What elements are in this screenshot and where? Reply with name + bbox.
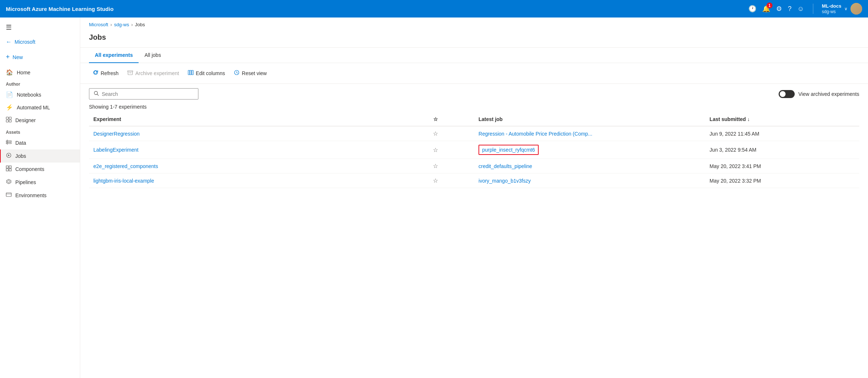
table-row: DesignerRegression☆Regression - Automobi… (89, 126, 859, 141)
col-experiment[interactable]: Experiment (89, 113, 397, 126)
star-cell[interactable]: ☆ (397, 141, 474, 159)
sidebar-back-button[interactable]: ← Microsoft (0, 36, 80, 48)
experiment-link[interactable]: e2e_registered_components (93, 163, 158, 169)
sidebar-item-automated-ml[interactable]: ⚡ Automated ML (0, 101, 80, 114)
experiment-cell: e2e_registered_components (89, 159, 397, 174)
jobs-icon (6, 152, 12, 160)
sidebar-back-label: Microsoft (15, 39, 35, 45)
plus-icon: + (6, 53, 10, 61)
sidebar: ☰ ← Microsoft + New 🏠 Home Author 📄 Note… (0, 17, 80, 378)
sidebar-item-designer-label: Designer (15, 117, 36, 123)
assets-section-label: Assets (0, 127, 80, 136)
sidebar-item-home[interactable]: 🏠 Home (0, 66, 80, 79)
sidebar-item-pipelines[interactable]: Pipelines (0, 176, 80, 189)
sidebar-item-jobs[interactable]: Jobs (0, 149, 80, 163)
search-icon (94, 91, 99, 97)
last-submitted-cell: May 20, 2022 3:32 PM (705, 174, 859, 188)
smiley-icon[interactable]: ☺ (797, 5, 804, 13)
refresh-label: Refresh (101, 70, 119, 76)
col-last-submitted[interactable]: Last submitted ↓ (705, 113, 859, 126)
new-button[interactable]: + New (0, 50, 80, 65)
breadcrumb-jobs: Jobs (135, 22, 145, 27)
sidebar-item-components[interactable]: Components (0, 163, 80, 176)
sidebar-item-notebooks[interactable]: 📄 Notebooks (0, 88, 80, 101)
history-icon[interactable]: 🕐 (748, 5, 756, 13)
profile-button[interactable]: ML-docs sdg-ws ∨ (822, 3, 862, 15)
new-label: New (13, 54, 23, 60)
svg-rect-16 (128, 71, 133, 72)
search-box[interactable] (89, 88, 198, 100)
svg-rect-3 (9, 120, 11, 122)
sidebar-item-data[interactable]: Data (0, 136, 80, 149)
latest-job-link[interactable]: Regression - Automobile Price Prediction… (478, 131, 592, 137)
table-row: LabelingExperiment☆purple_insect_ryfqcmt… (89, 141, 859, 159)
sidebar-item-pipelines-label: Pipelines (15, 179, 36, 185)
breadcrumb-sep-2: › (131, 22, 133, 27)
automated-ml-icon: ⚡ (6, 104, 13, 111)
search-input[interactable] (102, 91, 194, 97)
profile-chevron-icon: ∨ (844, 6, 848, 11)
profile-info: ML-docs sdg-ws (822, 3, 841, 14)
star-cell[interactable]: ☆ (397, 126, 474, 141)
table-row: lightgbm-iris-local-example☆ivory_mango_… (89, 174, 859, 188)
app-body: ☰ ← Microsoft + New 🏠 Home Author 📄 Note… (0, 17, 868, 378)
home-icon: 🏠 (6, 69, 13, 76)
edit-columns-label: Edit columns (196, 70, 225, 76)
notifications-icon[interactable]: 🔔 1 (762, 5, 770, 13)
edit-columns-button[interactable]: Edit columns (184, 67, 229, 79)
col-latest-job[interactable]: Latest job (474, 113, 705, 126)
svg-rect-10 (6, 169, 8, 171)
svg-rect-18 (190, 70, 191, 75)
star-cell[interactable]: ☆ (397, 159, 474, 174)
svg-rect-5 (6, 143, 11, 144)
latest-job-link[interactable]: purple_insect_ryfqcmt6 (478, 145, 539, 155)
breadcrumb-sep-1: › (111, 22, 112, 27)
svg-rect-14 (6, 193, 11, 196)
latest-job-link[interactable]: credit_defaults_pipeline (478, 163, 532, 169)
experiment-link[interactable]: DesignerRegression (93, 131, 140, 137)
reset-view-icon (234, 70, 240, 77)
svg-rect-9 (9, 166, 11, 168)
help-icon[interactable]: ? (788, 5, 791, 13)
experiment-link[interactable]: LabelingExperiment (93, 147, 139, 153)
profile-name: ML-docs (822, 3, 841, 9)
experiment-cell: lightgbm-iris-local-example (89, 174, 397, 188)
tab-all-experiments[interactable]: All experiments (89, 48, 139, 63)
svg-rect-2 (6, 120, 8, 122)
col-star[interactable]: ☆ (397, 113, 474, 126)
sidebar-item-environments[interactable]: Environments (0, 189, 80, 202)
experiment-link[interactable]: lightgbm-iris-local-example (93, 178, 154, 184)
hamburger-button[interactable]: ☰ (0, 20, 80, 34)
latest-job-cell: Regression - Automobile Price Prediction… (474, 126, 705, 141)
tab-all-jobs[interactable]: All jobs (139, 48, 167, 63)
svg-rect-1 (9, 117, 11, 119)
components-icon (6, 165, 12, 173)
settings-icon[interactable]: ⚙ (776, 5, 782, 13)
star-icon: ☆ (433, 116, 438, 122)
refresh-button[interactable]: Refresh (89, 67, 122, 79)
sidebar-item-jobs-label: Jobs (15, 153, 26, 159)
view-archived-container: View archived experiments (779, 90, 859, 98)
sidebar-item-components-label: Components (15, 166, 44, 172)
toggle-knob (780, 91, 786, 97)
star-cell[interactable]: ☆ (397, 174, 474, 188)
svg-marker-12 (7, 179, 11, 184)
svg-rect-19 (192, 70, 193, 75)
edit-columns-icon (188, 70, 194, 77)
filter-area: View archived experiments (80, 84, 868, 104)
latest-job-link[interactable]: ivory_mango_b1v3fszy (478, 178, 531, 184)
experiments-table: Experiment ☆ Latest job Last submitted ↓… (80, 113, 868, 188)
sidebar-item-automated-ml-label: Automated ML (17, 105, 50, 110)
notebooks-icon: 📄 (6, 91, 13, 98)
breadcrumb-workspace[interactable]: sdg-ws (114, 22, 129, 27)
reset-view-button[interactable]: Reset view (230, 67, 270, 79)
archive-button[interactable]: Archive experiment (124, 67, 183, 79)
sidebar-item-designer[interactable]: Designer (0, 114, 80, 127)
breadcrumb: Microsoft › sdg-ws › Jobs (80, 17, 868, 30)
svg-rect-11 (9, 169, 11, 171)
view-archived-toggle[interactable] (779, 90, 795, 98)
breadcrumb-microsoft[interactable]: Microsoft (89, 22, 108, 27)
toolbar: Refresh Archive experiment (80, 63, 868, 84)
pipelines-icon (6, 179, 12, 186)
content-area: Microsoft › sdg-ws › Jobs Jobs All exper… (80, 17, 868, 378)
